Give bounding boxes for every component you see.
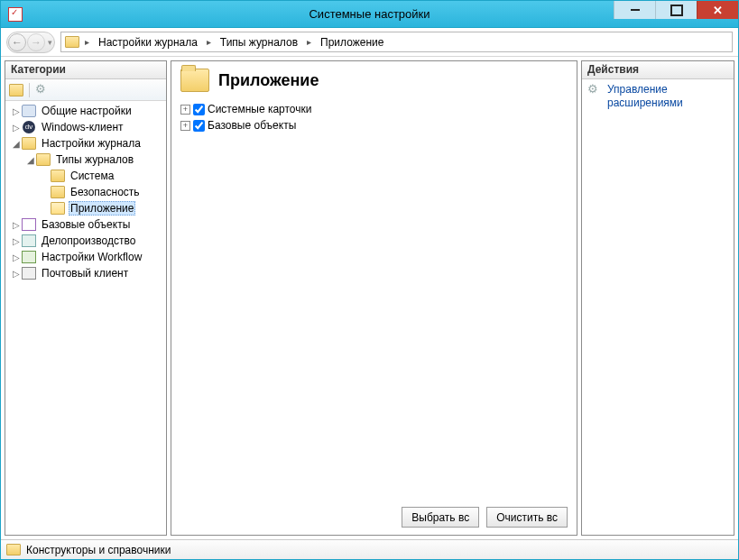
main-panel: Приложение + Системные карточки + Базовы… [171,60,577,536]
select-all-button[interactable]: Выбрать вс [402,507,479,528]
breadcrumb-2[interactable]: Типы журналов [217,34,301,50]
settings-icon [22,105,36,117]
breadcrumb-sep-icon: ▸ [203,37,215,47]
check-item-label: Системные карточки [208,103,312,115]
tree-label: Система [69,169,115,183]
maximize-button[interactable] [655,1,697,19]
tree-label: Типы журналов [54,152,135,167]
clear-all-button[interactable]: Очистить вс [486,507,568,528]
action-manage-extensions[interactable]: Управление расширениями [587,83,728,110]
tree-label: Windows-клиент [40,120,125,134]
collapse-icon[interactable]: ◢ [25,155,36,165]
folder-large-icon [180,69,209,92]
expand-icon[interactable]: ▷ [11,236,22,246]
folder-open-icon [51,202,65,215]
tree-label: Настройки журнала [40,136,143,151]
expand-plus-icon[interactable]: + [180,105,190,115]
nav-back-group: ← → ▾ [6,32,55,53]
tree-label: Делопроизводство [40,234,137,248]
categories-tree: ▷ Общие настройки ▷ dv Windows-клиент ◢ … [5,101,166,535]
tree-label: Приложение [69,201,135,216]
breadcrumb-bar[interactable]: ▸ Настройки журнала ▸ Типы журналов ▸ Пр… [60,32,733,52]
window-root: Системные настройки ← → ▾ ▸ Настройки жу… [0,0,739,560]
breadcrumb-3[interactable]: Приложение [317,34,387,50]
folder-icon [65,36,79,48]
collapse-icon[interactable]: ◢ [11,139,22,149]
check-item-1[interactable]: + Базовые объекты [180,117,568,133]
tree-label: Безопасность [69,185,142,199]
categories-toolbar [5,79,166,101]
mail-icon [22,267,36,280]
tree-label: Общие настройки [40,104,134,118]
tree-node-security[interactable]: ▷ Безопасность [7,184,164,200]
workflow-icon [22,251,36,263]
expand-icon[interactable]: ▷ [11,220,22,230]
tree-node-log-settings[interactable]: ◢ Настройки журнала [7,135,164,151]
dv-icon: dv [22,121,36,133]
expand-icon[interactable]: ▷ [11,252,22,262]
window-controls [614,1,738,19]
minimize-button[interactable] [614,1,655,19]
document-icon [22,234,36,247]
nav-bar: ← → ▾ ▸ Настройки журнала ▸ Типы журнало… [1,28,738,57]
tree-label: Настройки Workflow [40,250,143,264]
nav-forward-button[interactable]: → [27,33,45,51]
close-button[interactable] [697,1,738,19]
expand-icon[interactable]: ▷ [11,106,22,116]
folder-icon [51,170,65,182]
actions-header: Действия [582,61,734,79]
folder-icon[interactable] [9,84,23,96]
breadcrumb-sep-icon: ▸ [303,37,315,47]
expand-icon[interactable]: ▷ [11,123,22,133]
check-item-0[interactable]: + Системные карточки [180,101,568,117]
action-link-label: Управление расширениями [607,83,728,110]
separator [29,83,30,97]
tree-node-mail-client[interactable]: ▷ Почтовый клиент [7,265,164,281]
folder-icon [51,186,65,198]
main-heading: Приложение [180,69,568,92]
content-area: Категории ▷ Общие настройки ▷ dv Windows… [1,57,738,539]
checkbox-tree: + Системные карточки + Базовые объекты [180,101,568,501]
tree-node-paperwork[interactable]: ▷ Делопроизводство [7,233,164,249]
gears-icon[interactable] [35,84,50,96]
breadcrumb-sep-icon: ▸ [81,37,93,47]
categories-header: Категории [5,61,166,79]
tree-label: Почтовый клиент [40,266,130,280]
actions-panel: Действия Управление расширениями [581,60,734,536]
main-content: Приложение + Системные карточки + Базовы… [171,61,577,535]
objects-icon [22,218,36,231]
nav-history-dropdown[interactable]: ▾ [45,38,54,47]
categories-panel: Категории ▷ Общие настройки ▷ dv Windows… [5,60,167,536]
expand-plus-icon[interactable]: + [180,121,190,131]
tree-node-general[interactable]: ▷ Общие настройки [7,103,164,119]
tree-node-base-objects[interactable]: ▷ Базовые объекты [7,216,164,233]
folder-icon [22,137,36,150]
checkbox[interactable] [193,104,205,115]
titlebar: Системные настройки [1,1,738,28]
actions-body: Управление расширениями [582,79,734,535]
tree-node-application[interactable]: ▷ Приложение [7,200,164,216]
gears-icon [587,84,602,98]
nav-back-button[interactable]: ← [8,33,26,51]
tree-label: Базовые объекты [40,217,132,232]
checkbox[interactable] [193,120,205,132]
expand-icon[interactable]: ▷ [11,269,22,279]
breadcrumb-1[interactable]: Настройки журнала [95,34,201,50]
tree-node-log-types[interactable]: ◢ Типы журналов [7,151,164,168]
status-bar: Конструкторы и справочники [1,539,738,559]
folder-icon [6,544,21,555]
tree-node-windows-client[interactable]: ▷ dv Windows-клиент [7,119,164,135]
tree-node-workflow[interactable]: ▷ Настройки Workflow [7,249,164,265]
status-text: Конструкторы и справочники [26,544,171,556]
main-buttons: Выбрать вс Очистить вс [180,501,568,528]
tree-node-system[interactable]: ▷ Система [7,168,164,184]
check-item-label: Базовые объекты [208,119,296,132]
app-icon [8,7,23,22]
folder-icon [36,153,51,166]
page-title: Приложение [218,71,319,90]
